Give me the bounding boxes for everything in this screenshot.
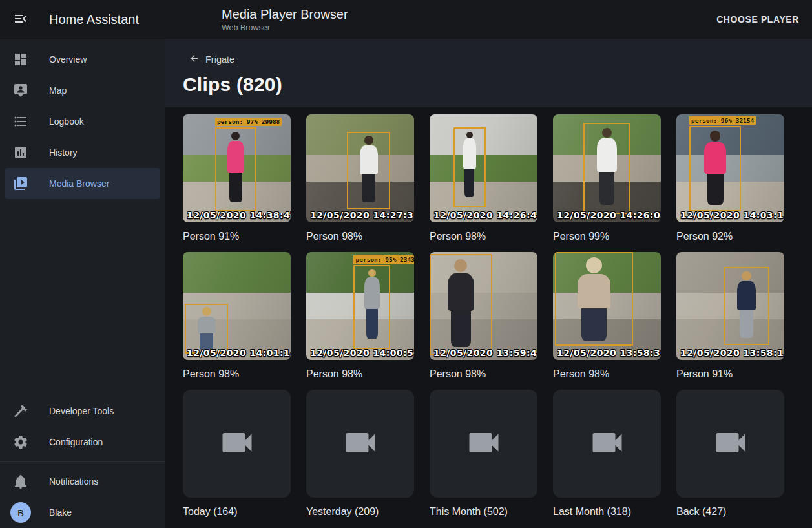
folder-card[interactable]: Back (427) <box>676 390 784 518</box>
clip-thumbnail: 12/05/2020 14:27:35 <box>306 114 414 222</box>
clip-thumbnail: 12/05/2020 13:58:30 <box>553 252 661 360</box>
clip-card[interactable]: 12/05/2020 14:26:48 Person 98% <box>430 114 537 242</box>
media-browser-icon <box>13 176 28 191</box>
folder-thumbnail <box>183 390 291 498</box>
clip-card[interactable]: 12/05/2020 13:58:17 Person 91% <box>676 252 784 380</box>
person-silhouette <box>567 257 621 341</box>
clip-timestamp: 12/05/2020 14:03:17 <box>680 210 784 220</box>
detection-box <box>453 127 486 207</box>
sidebar-item-history[interactable]: History <box>5 137 160 168</box>
page-title: Clips (820) <box>183 74 796 96</box>
arrow-left-icon <box>189 53 200 66</box>
panel-title: Media Player Browser <box>222 6 348 22</box>
folder-title: Last Month (318) <box>553 506 661 518</box>
person-silhouette <box>360 269 384 344</box>
detection-box <box>185 304 228 354</box>
folder-thumbnail <box>676 390 784 498</box>
breadcrumb[interactable]: Frigate <box>183 53 234 66</box>
sidebar-item-developer-tools[interactable]: Developer Tools <box>5 396 160 427</box>
map-account-icon <box>13 83 28 98</box>
clip-title: Person 91% <box>676 368 784 380</box>
choose-player-button[interactable]: CHOOSE PLAYER <box>703 8 812 31</box>
person-silhouette <box>698 131 733 207</box>
clip-card[interactable]: person: 96% 32154 12/05/2020 14:03:17 Pe… <box>676 114 784 242</box>
sidebar: Overview Map Logbook History Media Brows… <box>0 39 165 528</box>
clip-title: Person 98% <box>430 368 537 380</box>
avatar: B <box>10 502 31 523</box>
media-browser-panel: Frigate Clips (820) person: 97% 29988 12… <box>165 39 812 528</box>
content-header: Frigate Clips (820) <box>165 39 812 107</box>
clip-title: Person 91% <box>183 231 291 242</box>
folder-title: Back (427) <box>676 506 784 518</box>
folder-thumbnail <box>553 390 661 498</box>
clip-timestamp: 12/05/2020 14:38:47 <box>187 210 291 220</box>
detection-box <box>430 254 492 354</box>
menu-open-icon <box>13 11 28 28</box>
sidebar-item-logbook[interactable]: Logbook <box>5 106 160 137</box>
clip-card[interactable]: 12/05/2020 14:26:07 Person 99% <box>553 114 661 242</box>
folder-card[interactable]: Last Month (318) <box>553 390 661 518</box>
sidebar-item-label: Configuration <box>49 437 103 447</box>
sidebar-item-label: Media Browser <box>49 178 109 189</box>
detection-label: person: 97% 29988 <box>215 118 282 126</box>
detection-box <box>555 252 632 346</box>
clip-thumbnail: 12/05/2020 14:26:07 <box>553 114 661 222</box>
clip-card[interactable]: 12/05/2020 13:59:49 Person 98% <box>430 252 537 380</box>
sidebar-item-map[interactable]: Map <box>5 75 160 106</box>
sidebar-item-configuration[interactable]: Configuration <box>5 427 160 458</box>
panel-subtitle: Web Browser <box>222 23 348 32</box>
folder-title: This Month (502) <box>430 506 537 518</box>
person-silhouette <box>192 307 221 350</box>
clip-title: Person 98% <box>306 231 414 242</box>
clip-card[interactable]: person: 97% 29988 12/05/2020 14:38:47 Pe… <box>183 114 291 242</box>
clip-title: Person 98% <box>183 368 291 380</box>
folder-title: Today (164) <box>183 506 291 518</box>
clip-card[interactable]: 12/05/2020 14:01:14 Person 98% <box>183 252 291 380</box>
clip-title: Person 98% <box>553 368 661 380</box>
clip-thumbnail: 12/05/2020 13:58:17 <box>676 252 784 360</box>
dashboard-icon <box>13 52 28 67</box>
sidebar-item-notifications[interactable]: Notifications <box>5 466 160 497</box>
clip-title: Person 98% <box>306 368 414 380</box>
clip-timestamp: 12/05/2020 13:59:49 <box>433 348 537 358</box>
person-silhouette <box>439 259 483 349</box>
person-silhouette <box>222 132 249 207</box>
user-name: Blake <box>49 507 72 518</box>
app-header: Home Assistant Media Player Browser Web … <box>0 0 812 39</box>
clip-timestamp: 12/05/2020 13:58:30 <box>557 348 661 358</box>
sidebar-item-media-browser[interactable]: Media Browser <box>5 168 160 199</box>
person-silhouette <box>354 136 383 205</box>
clip-timestamp: 12/05/2020 14:00:52 <box>310 348 414 358</box>
detection-label: person: 95% 23432 <box>353 255 414 264</box>
clip-thumbnail: 12/05/2020 14:26:48 <box>430 114 537 222</box>
detection-box <box>215 127 256 211</box>
clip-card[interactable]: person: 95% 23432 12/05/2020 14:00:52 Pe… <box>306 252 414 380</box>
person-silhouette <box>590 128 623 209</box>
clip-card[interactable]: 12/05/2020 14:27:35 Person 98% <box>306 114 414 242</box>
clip-timestamp: 12/05/2020 14:26:48 <box>433 210 537 220</box>
sidebar-spacer <box>0 199 165 396</box>
sidebar-divider <box>0 461 165 462</box>
video-icon <box>464 423 503 465</box>
breadcrumb-label: Frigate <box>205 54 234 65</box>
clip-thumbnail: person: 95% 23432 12/05/2020 14:00:52 <box>306 252 414 360</box>
sidebar-item-overview[interactable]: Overview <box>5 44 160 75</box>
sidebar-item-label: Map <box>49 85 67 96</box>
clip-timestamp: 12/05/2020 14:27:35 <box>310 210 414 220</box>
sidebar-toggle-button[interactable] <box>13 12 28 27</box>
folder-card[interactable]: Today (164) <box>183 390 291 518</box>
sidebar-item-user[interactable]: B Blake <box>5 497 160 528</box>
sidebar-item-label: Developer Tools <box>49 406 114 416</box>
sidebar-item-label: Notifications <box>49 476 98 487</box>
bell-icon <box>13 474 28 489</box>
list-icon <box>13 114 28 129</box>
folder-card[interactable]: This Month (502) <box>430 390 537 518</box>
folder-thumbnail <box>430 390 537 498</box>
clip-card[interactable]: 12/05/2020 13:58:30 Person 98% <box>553 252 661 380</box>
video-icon <box>711 423 750 465</box>
clip-thumbnail: 12/05/2020 13:59:49 <box>430 252 537 360</box>
person-silhouette <box>731 271 762 341</box>
video-icon <box>588 423 627 465</box>
folder-card[interactable]: Yesterday (209) <box>306 390 414 518</box>
chart-icon <box>13 145 28 160</box>
